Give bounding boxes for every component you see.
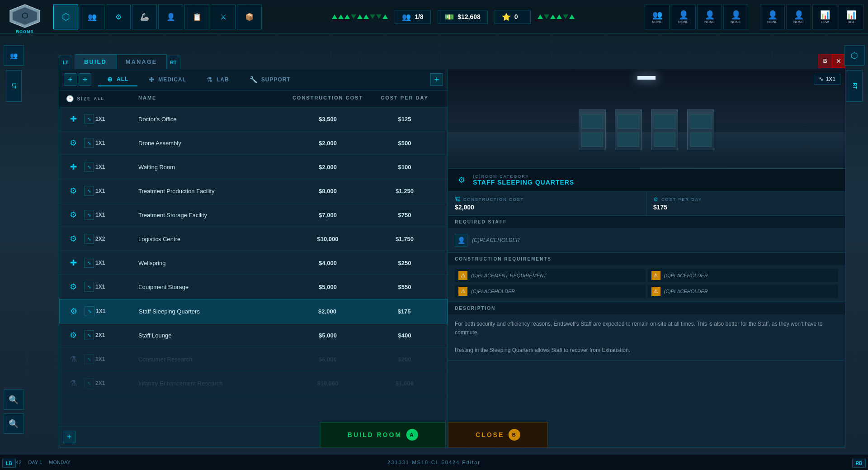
room-cpd: $125 — [368, 116, 441, 123]
room-row[interactable]: ⚙ ⤡ 1X1 Equipment Storage $5,000 $550 — [59, 275, 448, 299]
bunk-1 — [579, 109, 606, 150]
tab-manage[interactable]: MANAGE — [116, 54, 167, 69]
star-value: 0 — [514, 13, 518, 20]
room-size: ⤡ 1X1 — [84, 186, 105, 196]
room-cpd: $1,750 — [368, 236, 441, 242]
nav-icon-weapon[interactable]: ⚔ — [211, 5, 236, 29]
right-icon-6[interactable]: 👤 NONE — [786, 5, 811, 29]
tab-trigger-lt[interactable]: LT — [59, 56, 72, 69]
room-row[interactable]: ⚙ ⤡ 1X1 Treatment Storage Facility $7,00… — [59, 203, 448, 227]
room-row[interactable]: ⚙ ⤡ 1X1 Staff Sleeping Quarters $2,000 $… — [59, 299, 448, 323]
construction-cost-label: 🏗 CONSTRUCTION COST — [455, 196, 639, 203]
right-icon-1-symbol: 👥 — [652, 10, 662, 20]
staff-person-icon: 👤 — [455, 234, 467, 247]
room-cell-size: ⚗ ⤡ 1X1 — [66, 352, 138, 366]
description-title: DESCRIPTION — [448, 302, 845, 314]
size-all-label: ALL — [94, 96, 104, 101]
description-text-1: For both security and efficiency reasons… — [455, 320, 838, 337]
expand-icon-small: ⤡ — [84, 210, 94, 220]
required-staff-title: REQUIRED STAFF — [448, 216, 845, 228]
right-icon-4[interactable]: 👤 NONE — [723, 5, 748, 29]
hud-logo: ⬡ ROOMS — [5, 3, 45, 30]
col-header-cost: CONSTRUCTION COST — [287, 95, 368, 102]
nav-icon-rooms[interactable]: ⬡ — [53, 5, 78, 29]
col-header-cpd: COST PER DAY — [368, 95, 441, 102]
bottom-weekday: MONDAY — [49, 460, 70, 465]
room-row[interactable]: ⚙ ⤡ 2X2 Logistics Centre $10,000 $1,750 — [59, 227, 448, 251]
nav-icon-tablet[interactable]: 📋 — [184, 5, 209, 29]
tab-trigger-rt[interactable]: RT — [167, 56, 180, 69]
build-room-button[interactable]: BUILD ROOM A — [320, 422, 446, 447]
room-row[interactable]: ✚ ⤡ 1X1 Wellspring $4,000 $250 — [59, 251, 448, 275]
triangle-decoration-2 — [538, 14, 575, 19]
room-row[interactable]: ✚ ⤡ 1X1 Waiting Room $2,000 $100 — [59, 155, 448, 179]
right-icon-3[interactable]: 👤 NONE — [697, 5, 722, 29]
nav-icon-arm[interactable]: 🦾 — [132, 5, 157, 29]
construction-cost-item: 🏗 CONSTRUCTION COST $2,000 — [448, 192, 646, 215]
cost-per-day-item: ⚙ COST PER DAY $175 — [646, 192, 845, 215]
size-text: 2X1 — [95, 332, 105, 338]
room-cpd: $1,000 — [368, 380, 441, 387]
room-cost: $5,000 — [287, 332, 368, 339]
filter-add-btn-2[interactable]: + — [79, 73, 91, 86]
zoom-out-btn[interactable]: 🔍 — [4, 413, 24, 434]
size-text: 2X1 — [95, 380, 105, 386]
room-row[interactable]: ✚ ⤡ 1X1 Doctor's Office $3,500 $125 — [59, 107, 448, 131]
req-item-2: ⚠ (C)PLACEHOLDER — [648, 269, 839, 282]
filter-tab-lab[interactable]: ⚗ LAB — [198, 73, 238, 86]
size-text: 1X1 — [95, 116, 105, 122]
size-clock-icon: 🕐 — [66, 95, 75, 102]
add-room-btn-bottom[interactable]: + — [63, 431, 75, 443]
right-icon-8[interactable]: 📊 HIGH — [839, 5, 863, 29]
room-size: ⤡ 2X1 — [84, 330, 105, 340]
filter-add-btn-left[interactable]: + — [64, 73, 76, 86]
right-side-label-rt[interactable]: RT — [847, 70, 863, 102]
nav-icon-person[interactable]: 👤 — [158, 5, 183, 29]
nav-icon-tools[interactable]: ⚙ — [106, 5, 131, 29]
expand-icon: ⤡ — [819, 76, 823, 82]
left-side-label-lt[interactable]: LT — [6, 70, 22, 102]
room-row[interactable]: ⚙ ⤡ 1X1 Drone Assembly $2,000 $500 — [59, 131, 448, 155]
room-cell-size: ⚙ ⤡ 1X1 — [66, 280, 138, 294]
tab-build[interactable]: BUILD — [75, 54, 116, 69]
all-filter-icon: ⊕ — [107, 76, 113, 83]
filter-add-btn-right[interactable]: + — [430, 73, 443, 86]
weapon-nav-icon: ⚔ — [220, 13, 226, 21]
room-cpd: $250 — [368, 260, 441, 266]
right-icon-5[interactable]: 👤 NONE — [760, 5, 785, 29]
right-icon-2[interactable]: 👤 NONE — [671, 5, 696, 29]
bunk-2 — [615, 109, 642, 150]
right-icon-1-label: NONE — [652, 20, 662, 24]
room-row[interactable]: ⚙ ⤡ 1X1 Treatment Production Facility $8… — [59, 179, 448, 203]
left-side-btn-1[interactable]: 👥 — [4, 45, 24, 66]
population-value: 1/8 — [415, 13, 423, 20]
zoom-in-btn[interactable]: 🔍 — [4, 389, 24, 410]
filter-tab-support[interactable]: 🔧 SUPPORT — [241, 73, 300, 86]
req-item-2-text: (C)PLACEHOLDER — [664, 273, 708, 278]
room-row[interactable]: ⚙ ⤡ 2X1 Staff Lounge $5,000 $400 — [59, 323, 448, 347]
filter-tab-medical[interactable]: ✚ MEDICAL — [140, 73, 195, 86]
nav-icon-box[interactable]: 📦 — [237, 5, 262, 29]
filter-tab-all[interactable]: ⊕ ALL — [98, 73, 137, 86]
money-value: $12,608 — [458, 13, 481, 20]
right-icon-7[interactable]: 📊 LOW — [812, 5, 837, 29]
req-warning-icon-4: ⚠ — [651, 287, 660, 296]
tab-bar: LT BUILD MANAGE RT — [59, 54, 845, 69]
room-size: ⤡ 1X1 — [84, 210, 105, 220]
close-button[interactable]: CLOSE B — [448, 422, 548, 447]
right-icon-1[interactable]: 👥 NONE — [645, 5, 670, 29]
support-filter-icon: 🔧 — [250, 76, 258, 83]
room-name: Treatment Storage Facility — [138, 212, 287, 218]
lab-filter-icon: ⚗ — [207, 76, 213, 83]
room-size: ⤡ 1X1 — [84, 138, 105, 148]
room-row[interactable]: ⚗ ⤡ 2X1 Infantry Enhancement Research $1… — [59, 371, 448, 395]
right-icon-8-label: HIGH — [847, 20, 856, 24]
room-name: Logistics Centre — [138, 236, 287, 242]
room-preview: ⤡ 1X1 — [448, 69, 845, 169]
bunk-4 — [687, 109, 714, 150]
room-row[interactable]: ⚗ ⤡ 1X1 Consumer Research $6,000 $200 — [59, 347, 448, 371]
construction-cost-icon: 🏗 — [455, 196, 461, 203]
room-cost: $6,000 — [287, 356, 368, 363]
nav-icon-people[interactable]: 👥 — [80, 5, 104, 29]
right-side-icon[interactable]: ⬡ — [844, 45, 865, 66]
